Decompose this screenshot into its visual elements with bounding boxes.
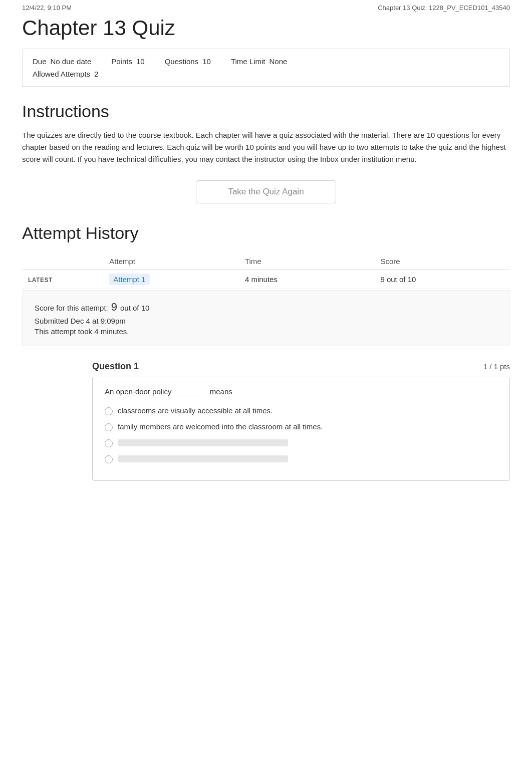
row-score: 9 out of 10 xyxy=(374,270,510,289)
attempt-history-table: Attempt Time Score LATEST Attempt 1 4 mi… xyxy=(22,253,510,289)
col-header-attempt: Attempt xyxy=(103,253,239,270)
attempt-history-title: Attempt History xyxy=(22,223,510,243)
row-label: LATEST xyxy=(22,270,103,289)
blurred-option-3 xyxy=(105,438,497,447)
question-1-header: Question 1 1 / 1 pts xyxy=(22,361,510,372)
question-1-box: An open-door policy means classrooms are… xyxy=(92,377,510,481)
question-1-section: Question 1 1 / 1 pts An open-door policy… xyxy=(22,361,510,481)
col-header-label xyxy=(22,253,103,270)
meta-time-limit: Time Limit None xyxy=(231,57,287,66)
row-attempt[interactable]: Attempt 1 xyxy=(103,270,239,289)
attempt-detail-box: Score for this attempt: 9 out of 10 Subm… xyxy=(22,290,510,346)
attempt-1-link[interactable]: Attempt 1 xyxy=(109,274,149,285)
answer-text-1: classrooms are visually accessible at al… xyxy=(118,406,273,415)
answer-radio-4 xyxy=(105,455,113,463)
col-header-time: Time xyxy=(239,253,375,270)
take-quiz-again-button[interactable]: Take the Quiz Again xyxy=(196,180,336,203)
question-1-stem: An open-door policy means xyxy=(105,387,497,396)
answer-text-2: family members are welcomed into the cla… xyxy=(118,422,323,431)
stem-blank xyxy=(176,387,206,396)
row-time: 4 minutes xyxy=(239,270,375,289)
attempt-time: This attempt took 4 minutes. xyxy=(35,327,497,336)
question-1-pts: 1 / 1 pts xyxy=(483,362,510,371)
table-row: LATEST Attempt 1 4 minutes 9 out of 10 xyxy=(22,270,510,289)
attempt-submitted: Submitted Dec 4 at 9:09pm xyxy=(35,317,497,325)
blurred-text-4 xyxy=(118,455,288,462)
meta-allowed-attempts: Allowed Attempts 2 xyxy=(33,70,98,78)
answer-radio-2 xyxy=(105,423,113,431)
answer-option-1[interactable]: classrooms are visually accessible at al… xyxy=(105,406,497,415)
table-header-row: Attempt Time Score xyxy=(22,253,510,270)
meta-row-1: Due No due date Points 10 Questions 10 T… xyxy=(33,57,499,66)
instructions-title: Instructions xyxy=(22,102,510,121)
datetime: 12/4/22, 9:10 PM xyxy=(22,4,72,12)
meta-row-2: Allowed Attempts 2 xyxy=(33,70,499,78)
score-out-of: out of 10 xyxy=(120,304,149,312)
quiz-id: Chapter 13 Quiz: 1228_PV_ECED101_43540 xyxy=(378,4,510,12)
answer-radio-1 xyxy=(105,407,113,415)
page-title: Chapter 13 Quiz xyxy=(22,16,510,41)
stem-part1: An open-door policy xyxy=(105,387,171,396)
top-bar: 12/4/22, 9:10 PM Chapter 13 Quiz: 1228_P… xyxy=(0,0,532,16)
score-value: 9 xyxy=(111,301,117,314)
answer-radio-3 xyxy=(105,439,113,447)
question-1-title: Question 1 xyxy=(92,361,139,372)
blurred-text-3 xyxy=(118,439,288,446)
blurred-option-4 xyxy=(105,454,497,463)
main-container: Chapter 13 Quiz Due No due date Points 1… xyxy=(0,16,532,511)
meta-box: Due No due date Points 10 Questions 10 T… xyxy=(22,49,510,87)
col-header-score: Score xyxy=(374,253,510,270)
meta-points: Points 10 xyxy=(111,57,144,66)
meta-due: Due No due date xyxy=(33,57,91,66)
attempt-score-row: Score for this attempt: 9 out of 10 xyxy=(35,301,497,314)
answer-option-2[interactable]: family members are welcomed into the cla… xyxy=(105,422,497,431)
stem-part2: means xyxy=(210,387,232,396)
score-label: Score for this attempt: xyxy=(35,304,108,312)
instructions-body: The quizzes are directly tied to the cou… xyxy=(22,129,510,165)
meta-questions: Questions 10 xyxy=(165,57,211,66)
